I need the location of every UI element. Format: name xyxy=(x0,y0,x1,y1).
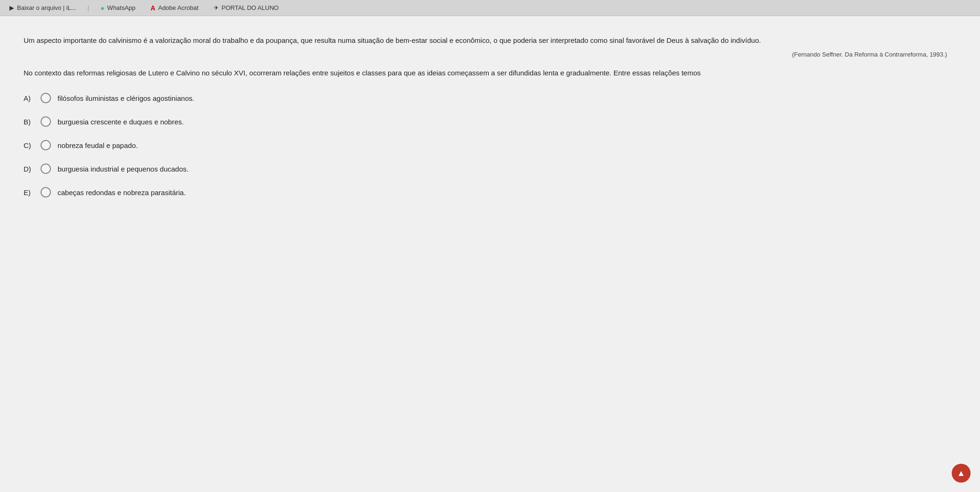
option-label-a: A) xyxy=(24,94,34,102)
question-paragraph-1: Um aspecto importante do calvinismo é a … xyxy=(24,35,956,46)
option-item-c: C) nobreza feudal e papado. xyxy=(24,140,956,150)
tab-whatsapp-label: WhatsApp xyxy=(107,4,135,11)
tab-divider-1: | xyxy=(88,4,89,11)
citation-text: (Fernando Seffner. Da Reforma à Contrarr… xyxy=(24,51,956,58)
browser-bar: ▶ Baixar o arquivo | iL... | ● WhatsApp … xyxy=(0,0,980,16)
radio-a[interactable] xyxy=(41,93,51,103)
option-text-b: burguesia crescente e duques e nobres. xyxy=(58,118,184,126)
option-item-e: E) cabeças redondas e nobreza parasitári… xyxy=(24,187,956,197)
main-content: Um aspecto importante do calvinismo é a … xyxy=(0,16,980,492)
radio-d[interactable] xyxy=(41,164,51,174)
portal-icon: ✈ xyxy=(214,4,219,11)
option-text-a: filósofos iluministas e clérigos agostin… xyxy=(58,94,194,102)
tab-adobe[interactable]: A Adobe Acrobat xyxy=(147,2,202,14)
tab-download[interactable]: ▶ Baixar o arquivo | iL... xyxy=(6,2,80,13)
option-label-c: C) xyxy=(24,141,34,149)
option-text-e: cabeças redondas e nobreza parasitária. xyxy=(58,189,186,197)
options-list: A) filósofos iluministas e clérigos agos… xyxy=(24,93,956,197)
download-icon: ▶ xyxy=(9,4,14,11)
tab-portal-label: PORTAL DO ALUNO xyxy=(222,4,279,11)
option-item-a: A) filósofos iluministas e clérigos agos… xyxy=(24,93,956,103)
scroll-top-button[interactable]: ▲ xyxy=(952,464,971,483)
radio-b[interactable] xyxy=(41,116,51,127)
question-prompt: No contexto das reformas religiosas de L… xyxy=(24,67,956,79)
tab-download-label: Baixar o arquivo | iL... xyxy=(17,4,76,11)
option-text-c: nobreza feudal e papado. xyxy=(58,141,138,149)
option-item-b: B) burguesia crescente e duques e nobres… xyxy=(24,116,956,127)
tab-whatsapp[interactable]: ● WhatsApp xyxy=(97,2,139,14)
option-label-e: E) xyxy=(24,189,34,197)
option-item-d: D) burguesia industrial e pequenos ducad… xyxy=(24,164,956,174)
question-block: Um aspecto importante do calvinismo é a … xyxy=(24,35,956,79)
option-label-d: D) xyxy=(24,165,34,173)
tab-portal[interactable]: ✈ PORTAL DO ALUNO xyxy=(210,2,282,13)
chevron-up-icon: ▲ xyxy=(957,468,965,478)
adobe-icon: A xyxy=(150,4,155,12)
option-text-d: burguesia industrial e pequenos ducados. xyxy=(58,165,189,173)
radio-c[interactable] xyxy=(41,140,51,150)
tab-adobe-label: Adobe Acrobat xyxy=(158,4,198,11)
whatsapp-icon: ● xyxy=(100,4,104,12)
radio-e[interactable] xyxy=(41,187,51,197)
option-label-b: B) xyxy=(24,118,34,126)
